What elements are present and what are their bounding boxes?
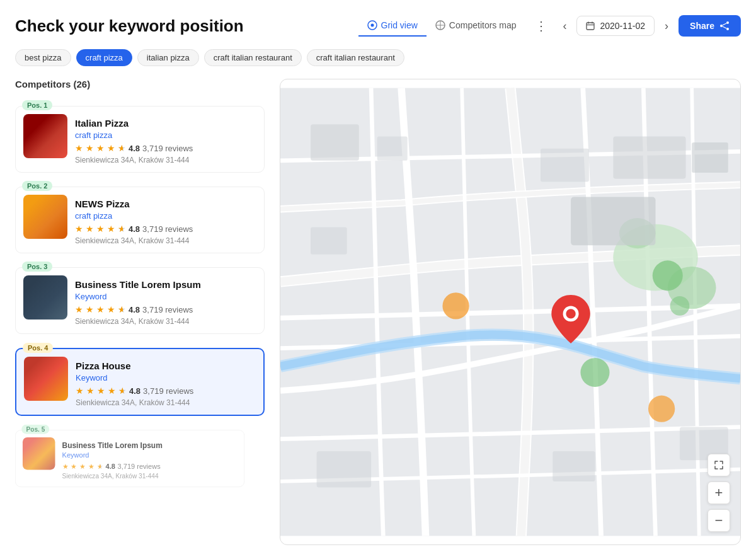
prev-button[interactable]: ‹ [558, 17, 571, 35]
competitor-address: Sienkiewicza 34A, Kraków 31-444 [62, 473, 238, 480]
svg-rect-22 [541, 149, 589, 182]
star-2: ★ [86, 304, 94, 314]
competitor-keyword: Keyword [62, 451, 238, 459]
next-button[interactable]: › [660, 17, 673, 35]
star-1: ★ [75, 304, 83, 314]
competitor-keyword: Keyword [75, 292, 256, 301]
star-2: ★ [71, 463, 77, 471]
review-count: 3,719 reviews [142, 224, 193, 234]
zoom-in-button[interactable]: + [707, 481, 730, 504]
competitor-name: NEWS Pizza [75, 199, 256, 209]
star-1: ★ [75, 143, 83, 153]
date-value: 2020-11-02 [600, 21, 645, 31]
svg-rect-5 [587, 23, 594, 30]
svg-point-10 [720, 25, 723, 27]
competitor-info: Pizza House Keyword ★ ★ ★ ★ ★★ 4.8 3,719… [76, 357, 256, 407]
star-1: ★ [76, 386, 84, 396]
competitor-image [23, 437, 55, 470]
position-badge: Pos. 1 [22, 100, 52, 110]
star-3: ★ [96, 224, 105, 234]
map-icon [435, 20, 445, 30]
table-row[interactable]: Pos. 5 Business Title Lorem Ipsum Keywor… [15, 430, 244, 487]
star-4: ★ [107, 143, 115, 153]
star-1: ★ [75, 224, 83, 234]
keyword-craft-italian-2[interactable]: craft italian restaurant [307, 49, 404, 66]
rating-value: 4.8 [129, 224, 140, 234]
competitor-keyword: craft pizza [75, 130, 256, 140]
tabs: Grid view Competitors map [358, 15, 525, 37]
calendar-icon [586, 21, 595, 30]
star-4: ★ [107, 304, 115, 314]
rating-value: 4.8 [129, 144, 140, 153]
competitor-image [24, 357, 68, 401]
star-4: ★ [108, 386, 116, 396]
competitor-info: Italian Pizza craft pizza ★ ★ ★ ★ ★★ 4.8… [75, 114, 256, 164]
table-row[interactable]: Pos. 4 Pizza House Keyword ★ ★ ★ ★ ★★ [15, 348, 265, 416]
page-title: Check your keyword position [15, 16, 244, 36]
tab-map[interactable]: Competitors map [427, 15, 525, 37]
star-5: ★★ [118, 386, 127, 396]
svg-rect-21 [692, 142, 728, 173]
svg-point-9 [726, 21, 729, 24]
svg-rect-25 [553, 451, 595, 481]
svg-rect-20 [613, 136, 685, 178]
keywords-section: best pizza craft pizza italian pizza cra… [15, 49, 741, 66]
keyword-craft-pizza[interactable]: craft pizza [76, 49, 132, 66]
keyword-best-pizza[interactable]: best pizza [15, 49, 71, 66]
competitor-name: Pizza House [76, 360, 256, 371]
competitor-keyword: Keyword [76, 373, 256, 383]
competitor-name: Business Title Lorem Ipsum [62, 440, 238, 449]
header-left: Check your keyword position [15, 16, 244, 36]
share-button[interactable]: Share [679, 15, 741, 37]
table-row[interactable]: Pos. 3 Business Title Lorem Ipsum Keywor… [15, 267, 265, 334]
table-row[interactable]: Pos. 2 NEWS Pizza craft pizza ★ ★ ★ ★ ★★ [15, 187, 265, 253]
star-rating: ★ ★ ★ ★ ★★ 4.8 3,719 reviews [76, 386, 256, 396]
tab-grid[interactable]: Grid view [358, 15, 427, 37]
competitor-address: Sienkiewicza 34A, Kraków 31-444 [75, 156, 256, 164]
share-icon [719, 21, 730, 31]
svg-rect-24 [317, 451, 371, 488]
svg-point-29 [653, 260, 683, 291]
competitor-image [23, 195, 67, 239]
star-2: ★ [86, 224, 94, 234]
svg-line-13 [723, 26, 726, 28]
review-count: 3,719 reviews [142, 144, 193, 153]
map-svg [280, 79, 740, 544]
keyword-craft-italian-1[interactable]: craft italian restaurant [204, 49, 302, 66]
tab-grid-label: Grid view [381, 20, 418, 30]
competitors-header: Competitors (26) [15, 79, 267, 89]
competitor-info: NEWS Pizza craft pizza ★ ★ ★ ★ ★★ 4.8 3,… [75, 195, 256, 245]
star-3: ★ [96, 143, 105, 153]
star-5: ★★ [118, 224, 126, 234]
svg-line-12 [723, 23, 726, 25]
position-badge: Pos. 4 [23, 343, 53, 353]
svg-rect-23 [311, 227, 347, 255]
competitor-address: Sienkiewicza 34A, Kraków 31-444 [75, 236, 256, 245]
competitor-info: Business Title Lorem Ipsum Keyword ★ ★ ★… [62, 437, 238, 480]
svg-rect-18 [311, 124, 359, 161]
review-count: 3,719 reviews [118, 463, 161, 471]
star-4: ★ [88, 463, 94, 471]
competitor-name: Italian Pizza [75, 118, 256, 129]
table-row[interactable]: Pos. 1 Italian Pizza craft pizza ★ ★ ★ ★… [15, 106, 265, 173]
header-right: Grid view Competitors map ⋮ ‹ [358, 15, 742, 37]
star-1: ★ [62, 463, 69, 471]
zoom-out-button[interactable]: − [707, 509, 730, 532]
svg-point-32 [648, 396, 675, 422]
fullscreen-button[interactable] [707, 454, 730, 476]
competitor-address: Sienkiewicza 34A, Kraków 31-444 [75, 317, 256, 326]
header: Check your keyword position Grid view [15, 15, 741, 37]
star-rating: ★ ★ ★ ★ ★★ 4.8 3,719 reviews [75, 224, 256, 234]
keyword-italian-pizza[interactable]: italian pizza [137, 49, 199, 66]
rating-value: 4.8 [106, 463, 115, 471]
competitor-name: Business Title Lorem Ipsum [75, 279, 256, 290]
more-options-button[interactable]: ⋮ [530, 16, 553, 36]
main-content: Competitors (26) Pos. 1 Italian Pizza cr… [15, 79, 741, 547]
competitor-info: Business Title Lorem Ipsum Keyword ★ ★ ★… [75, 275, 256, 326]
star-rating: ★ ★ ★ ★ ★★ 4.8 3,719 reviews [75, 304, 256, 314]
left-panel: Competitors (26) Pos. 1 Italian Pizza cr… [15, 79, 267, 547]
star-4: ★ [107, 224, 115, 234]
date-picker-button[interactable]: 2020-11-02 [576, 16, 655, 36]
star-2: ★ [86, 386, 94, 396]
map-container[interactable]: + − [280, 79, 741, 545]
